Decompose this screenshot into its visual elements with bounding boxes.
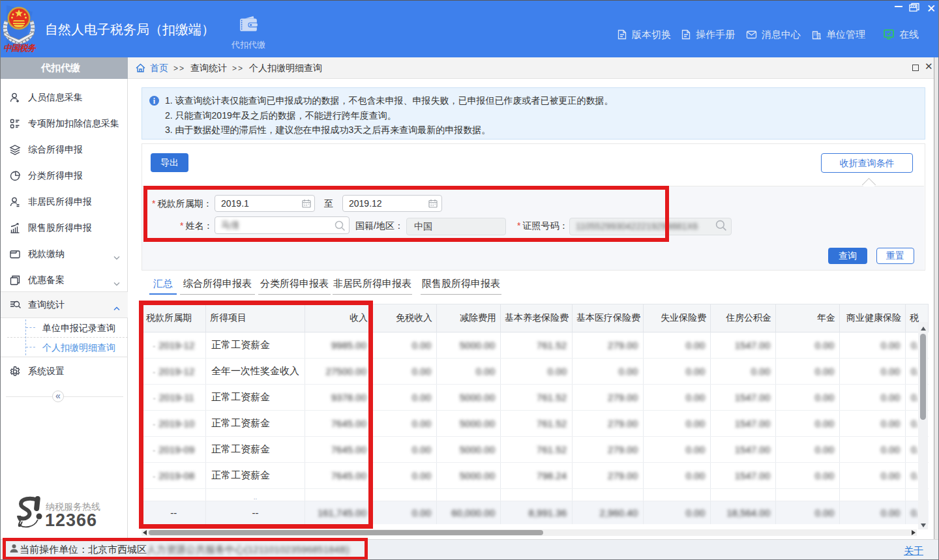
svg-text:中国税务: 中国税务	[3, 43, 37, 53]
